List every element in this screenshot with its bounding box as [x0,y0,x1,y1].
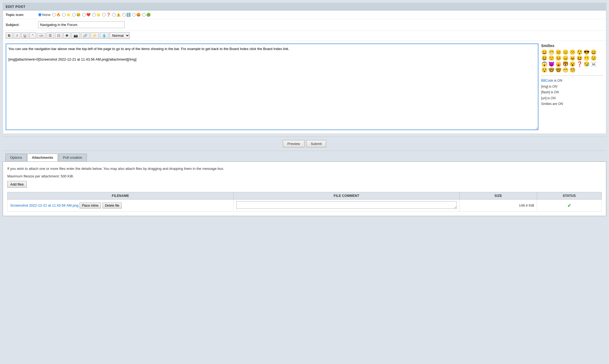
link-button[interactable]: 🔗 [81,32,90,39]
green-icon: 🟢 [146,13,151,17]
topic-icons-container: None 🔥 ⭐ 😢 ❤️ [38,13,151,17]
font-size-select[interactable]: Normal Tiny Small Large Huge [109,32,130,39]
tabs-section: Options Attachments Poll creation If you… [3,154,606,216]
table-row: Screenshot 2022-12-21 at 11.43.56 AM.png… [8,200,602,211]
add-files-button[interactable]: Add files [7,181,27,188]
topic-icon-none-label: None [42,13,51,17]
topic-icon-info[interactable]: ℹ️ [122,13,131,17]
special-button[interactable]: ✱ [63,32,71,39]
smilies-grid: 😀 😁 😐 😑 😕 😲 😎 😄 😃 🙂 😣 😠 🐱 😆 😶 😟 [541,49,603,73]
topic-icon-angry[interactable]: 😡 [132,13,141,17]
smiley[interactable]: 😯 [541,67,548,73]
topic-icon-sad[interactable]: 😢 [72,13,81,17]
unordered-list-button[interactable]: ☰ [47,32,54,39]
smiley[interactable]: 😱 [541,61,548,67]
submit-button[interactable]: Submit [306,140,326,147]
attachments-max-size: Maximum filesize per attachment: 500 KiB… [7,174,602,179]
smiley[interactable]: 😟 [590,55,597,61]
smiley[interactable]: 😈 [548,61,555,67]
topic-icon-sun[interactable]: 🌟 [92,13,101,17]
star-icon: ⭐ [66,13,71,17]
smiley[interactable]: 😁 [562,67,569,73]
smiley[interactable]: 🤓 [548,67,555,73]
tab-attachments[interactable]: Attachments [27,154,58,161]
attachments-table: FILENAME FILE COMMENT SIZE STATUS Screen… [7,192,602,211]
smiley[interactable]: 😄 [590,49,597,55]
bbcode-link[interactable]: BBCode [541,79,553,82]
bold-button[interactable]: B [6,32,13,39]
smiley[interactable]: 🤓 [555,67,562,73]
smiley[interactable]: 😃 [541,55,548,61]
tab-poll-creation[interactable]: Poll creation [58,154,87,161]
message-textarea[interactable]: You can use the navigation bar above nea… [6,44,538,130]
smiley[interactable]: ❓ [576,61,583,67]
place-inline-button[interactable]: Place inline [80,203,101,209]
topic-icon-row: Topic icon: None 🔥 ⭐ 😢 [3,11,606,19]
tab-content-attachments: If you wish to attach one or more files … [3,161,606,216]
file-comment-column-header: FILE COMMENT [233,192,459,200]
color-button[interactable]: 💧 [100,32,108,39]
preview-button[interactable]: Preview [283,140,304,147]
smilies-status-line: Smilies are ON [541,101,603,107]
smiley[interactable]: 😁 [548,49,555,55]
quote-button[interactable]: " [29,32,36,39]
smiley[interactable]: 😀 [541,49,548,55]
subject-row: Subject: [3,19,606,31]
file-name-cell: Screenshot 2022-12-21 at 11.43.56 AM.png… [8,200,234,211]
filename-column-header: FILENAME [8,192,234,200]
angry-icon: 😡 [136,13,141,17]
smiley[interactable]: 🧐 [569,67,576,73]
edit-post-header: EDIT POST [3,3,606,11]
topic-icon-question[interactable]: ❓ [102,13,111,17]
topic-icon-warning[interactable]: ⚠️ [112,13,121,17]
file-size-cell: 148.4 KiB [459,200,537,211]
smiley[interactable]: 😠 [562,55,569,61]
smiley[interactable]: 😎 [583,49,590,55]
attachments-info-text: If you wish to attach one or more files … [7,166,602,171]
bbcode-on: ON [557,79,562,82]
topic-icon-fire[interactable]: 🔥 [52,13,61,17]
subject-label: Subject: [6,23,38,27]
editor-wrapper: You can use the navigation bar above nea… [6,44,538,131]
subject-input[interactable] [38,21,125,28]
smiley[interactable]: 😕 [569,49,576,55]
smiley[interactable]: 😪 [583,61,590,67]
smilies-title: Smilies [541,44,603,48]
flash-button[interactable]: ⚡ [90,32,99,39]
smiley[interactable]: 😣 [555,55,562,61]
file-link[interactable]: Screenshot 2022-12-21 at 11.43.56 AM.png [10,203,78,207]
italic-button[interactable]: I [14,32,21,39]
smiley[interactable]: 😶 [583,55,590,61]
underline-button[interactable]: U [21,32,28,39]
code-button[interactable]: </> [37,33,46,38]
smiley[interactable]: 😲 [576,49,583,55]
ordered-list-button[interactable]: ☷ [55,32,62,39]
topic-icon-green[interactable]: 🟢 [142,13,151,17]
heart-icon: ❤️ [86,13,91,17]
action-row: Preview Submit [3,137,606,151]
topic-icon-star[interactable]: ⭐ [62,13,71,17]
smiley[interactable]: 😑 [562,49,569,55]
smiley[interactable]: 😆 [576,55,583,61]
smiley[interactable]: ☠️ [590,61,597,67]
smiley[interactable]: 🙀 [555,61,562,67]
smiley[interactable]: 🐱 [569,55,576,61]
status-ok-icon: ✔ [567,203,571,208]
image-button[interactable]: 📷 [71,32,80,39]
tabs-bar: Options Attachments Poll creation [3,154,606,161]
smiley[interactable]: 😮 [569,61,576,67]
smiley[interactable]: 🙂 [548,55,555,61]
topic-icon-label: Topic icon: [6,13,38,17]
url-on: ON [551,96,555,100]
toolbar: B I U " </> ☰ ☷ ✱ 📷 🔗 ⚡ 💧 Normal Tiny Sm… [3,31,606,41]
file-comment-input[interactable] [236,201,457,209]
delete-file-button[interactable]: Delete file [102,203,122,209]
smiley[interactable]: 😐 [555,49,562,55]
topic-icon-heart[interactable]: ❤️ [82,13,91,17]
file-status-cell: ✔ [537,200,602,211]
tab-options[interactable]: Options [5,154,27,161]
flash-status-line: [flash] is ON [541,90,603,95]
file-comment-cell [233,200,459,211]
smiley[interactable]: 🐯 [562,61,569,67]
topic-icon-none[interactable]: None [38,13,51,17]
